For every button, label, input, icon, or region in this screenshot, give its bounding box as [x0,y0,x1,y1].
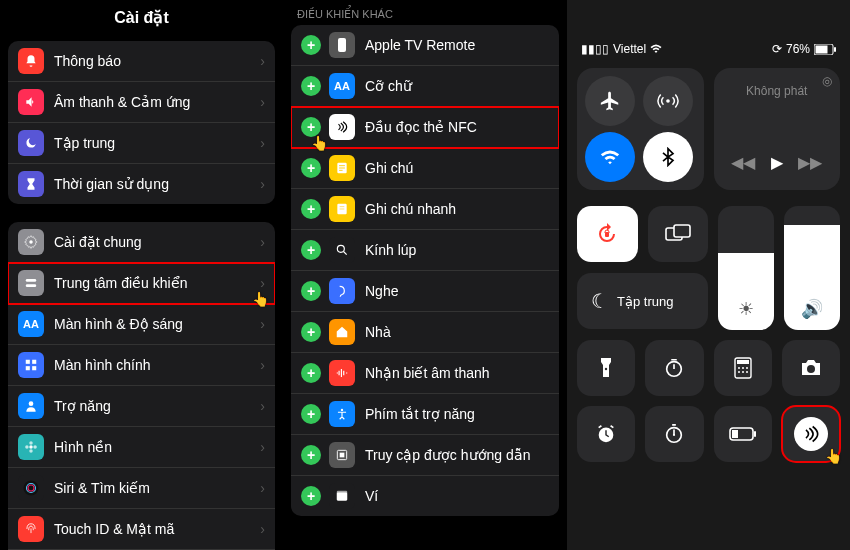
settings-row[interactable]: +Truy cập được hướng dẫn [291,435,559,476]
row-icon [18,270,44,296]
settings-row[interactable]: Thời gian sử dụng› [8,164,275,204]
row-label: Ví [365,488,549,504]
add-button[interactable]: + [301,199,321,219]
settings-row[interactable]: +Apple TV Remote [291,25,559,66]
settings-row[interactable]: +Đầu đọc thẻ NFC👆 [291,107,559,148]
camera-tile[interactable] [782,340,840,396]
add-button[interactable]: + [301,281,321,301]
nfc-reader-tile[interactable]: 👆 [782,406,840,462]
chevron-right-icon: › [260,521,265,537]
svg-rect-31 [674,225,690,237]
settings-row[interactable]: +Ví [291,476,559,516]
bluetooth-toggle[interactable] [643,132,693,182]
row-icon [18,130,44,156]
row-icon [18,393,44,419]
add-button[interactable]: + [301,35,321,55]
row-icon [329,360,355,386]
settings-row[interactable]: +Ghi chú nhanh [291,189,559,230]
svg-point-36 [738,367,740,369]
forward-button[interactable]: ▶▶ [798,153,822,172]
alarm-tile[interactable] [577,406,635,462]
settings-row[interactable]: Thông báo› [8,41,275,82]
svg-point-42 [807,365,815,373]
settings-row[interactable]: +Nhận biết âm thanh [291,353,559,394]
battery-percent: 76% [786,42,810,56]
flashlight-tile[interactable] [577,340,635,396]
settings-row[interactable]: Tập trung› [8,123,275,164]
brightness-icon: ☀ [738,298,754,320]
row-label: Kính lúp [365,242,549,258]
volume-slider[interactable]: 🔊 [784,206,840,330]
chevron-right-icon: › [260,135,265,151]
row-icon [18,229,44,255]
svg-rect-27 [834,47,836,52]
add-button[interactable]: + [301,76,321,96]
settings-row[interactable]: AAMàn hình & Độ sáng› [8,304,275,345]
brightness-slider[interactable]: ☀ [718,206,774,330]
row-icon: AA [18,311,44,337]
row-label: Âm thanh & Cảm ứng [54,94,260,110]
add-button[interactable]: + [301,404,321,424]
rewind-button[interactable]: ◀◀ [731,153,755,172]
settings-row[interactable]: Trung tâm điều khiển›👆 [8,263,275,304]
settings-row[interactable]: +Kính lúp [291,230,559,271]
settings-row[interactable]: +Ghi chú [291,148,559,189]
cellular-toggle[interactable] [643,76,693,126]
add-button[interactable]: + [301,117,321,137]
airplane-toggle[interactable] [585,76,635,126]
row-icon [329,401,355,427]
screen-mirroring-tile[interactable] [648,206,709,262]
settings-row[interactable]: Trợ năng› [8,386,275,427]
settings-row[interactable]: Siri & Tìm kiếm› [8,468,275,509]
svg-rect-4 [32,360,36,364]
svg-rect-26 [816,45,828,53]
svg-rect-16 [338,38,346,52]
row-icon [18,352,44,378]
play-button[interactable]: ▶ [771,153,783,172]
add-button[interactable]: + [301,445,321,465]
settings-row[interactable]: +Nhà [291,312,559,353]
row-label: Màn hình & Độ sáng [54,316,260,332]
settings-row[interactable]: Âm thanh & Cảm ứng› [8,82,275,123]
control-center-row-4: 👆 [567,406,850,462]
row-label: Ghi chú nhanh [365,201,549,217]
row-icon [18,516,44,542]
svg-point-40 [742,371,744,373]
add-button[interactable]: + [301,363,321,383]
add-button[interactable]: + [301,240,321,260]
svg-rect-5 [26,366,30,370]
row-icon [329,237,355,263]
focus-tile[interactable]: ☾ Tập trung [577,273,708,329]
orientation-lock-tile[interactable] [577,206,638,262]
timer-tile[interactable] [645,340,703,396]
settings-row[interactable]: +AACỡ chữ [291,66,559,107]
settings-row[interactable]: +Phím tắt trợ năng [291,394,559,435]
row-label: Ghi chú [365,160,549,176]
row-icon [18,48,44,74]
chevron-right-icon: › [260,275,265,291]
music-panel[interactable]: ◎ Không phát ◀◀ ▶ ▶▶ [714,68,841,190]
settings-row[interactable]: Màn hình chính› [8,345,275,386]
row-icon [329,32,355,58]
svg-rect-6 [32,366,36,370]
settings-row[interactable]: +Nghe [291,271,559,312]
calculator-tile[interactable] [714,340,772,396]
row-label: Cỡ chữ [365,78,549,94]
row-icon [329,442,355,468]
svg-point-32 [605,368,607,370]
settings-group-2: Cài đặt chung›Trung tâm điều khiển›👆AAMà… [8,222,275,550]
wifi-toggle[interactable] [585,132,635,182]
add-button[interactable]: + [301,322,321,342]
airplay-icon[interactable]: ◎ [822,74,832,88]
low-power-tile[interactable] [714,406,772,462]
add-button[interactable]: + [301,486,321,506]
stopwatch-tile[interactable] [645,406,703,462]
settings-row[interactable]: Hình nền› [8,427,275,468]
svg-point-8 [29,445,33,449]
settings-row[interactable]: Touch ID & Mật mã› [8,509,275,550]
connectivity-panel[interactable] [577,68,704,190]
settings-row[interactable]: Cài đặt chung› [8,222,275,263]
svg-point-10 [29,449,33,453]
add-button[interactable]: + [301,158,321,178]
svg-rect-1 [26,279,37,282]
